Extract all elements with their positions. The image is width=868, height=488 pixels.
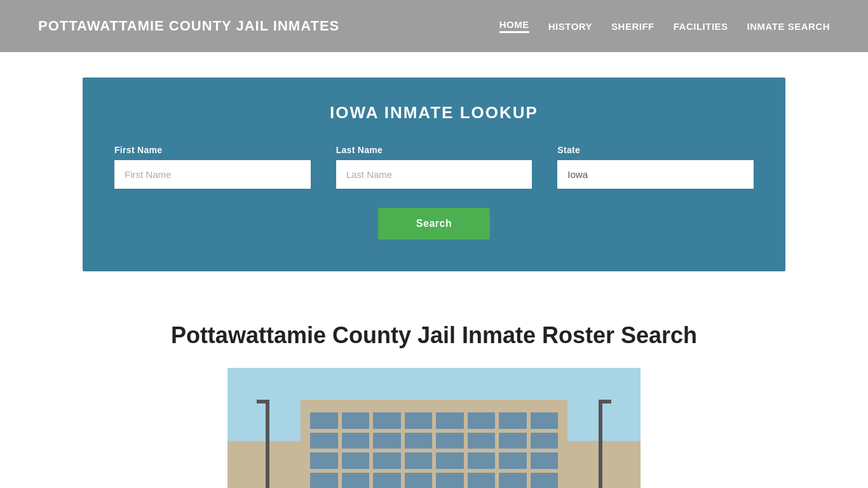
site-title: POTTAWATTAMIE COUNTY JAIL INMATES <box>38 18 339 34</box>
nav-home[interactable]: HOME <box>499 19 529 33</box>
window <box>436 412 464 429</box>
nav-history[interactable]: HISTORY <box>548 21 592 32</box>
main-content: Pottawattamie County Jail Inmate Roster … <box>0 297 868 488</box>
state-group: State <box>557 145 754 189</box>
last-name-group: Last Name <box>336 145 532 189</box>
lamp-right-icon <box>599 400 602 488</box>
window <box>531 412 559 429</box>
window <box>468 473 496 489</box>
window <box>531 433 559 449</box>
window <box>373 452 401 469</box>
site-header: POTTAWATTAMIE COUNTY JAIL INMATES HOME H… <box>0 0 868 52</box>
window <box>499 473 527 489</box>
window <box>436 433 464 449</box>
first-name-input[interactable] <box>114 160 311 189</box>
window <box>405 473 433 489</box>
window <box>310 452 338 469</box>
search-btn-row: Search <box>114 208 754 240</box>
window <box>310 433 338 449</box>
nav-facilities[interactable]: FACILITIES <box>674 21 728 32</box>
window <box>468 412 496 429</box>
window <box>405 452 433 469</box>
state-input[interactable] <box>557 160 754 189</box>
last-name-label: Last Name <box>336 145 532 155</box>
search-button[interactable]: Search <box>378 208 490 240</box>
window <box>310 412 338 429</box>
last-name-input[interactable] <box>336 160 532 189</box>
window <box>373 412 401 429</box>
search-panel: IOWA INMATE LOOKUP First Name Last Name … <box>83 78 785 271</box>
window <box>342 433 370 449</box>
nav-inmate-search[interactable]: INMATE SEARCH <box>747 21 830 32</box>
window <box>405 433 433 449</box>
first-name-label: First Name <box>114 145 311 155</box>
search-panel-title: IOWA INMATE LOOKUP <box>114 103 754 123</box>
window <box>499 412 527 429</box>
window <box>531 473 559 489</box>
building-windows <box>301 400 567 488</box>
lamp-left-icon <box>266 400 269 488</box>
window <box>499 452 527 469</box>
form-row: First Name Last Name State <box>114 145 754 189</box>
window <box>436 452 464 469</box>
window <box>373 433 401 449</box>
window <box>499 433 527 449</box>
window <box>531 452 559 469</box>
window <box>468 433 496 449</box>
window <box>342 452 370 469</box>
building-image <box>227 368 641 488</box>
window <box>373 473 401 489</box>
building-body <box>301 400 567 488</box>
window <box>468 452 496 469</box>
window <box>342 473 370 489</box>
window <box>405 412 433 429</box>
first-name-group: First Name <box>114 145 311 189</box>
main-nav: HOME HISTORY SHERIFF FACILITIES INMATE S… <box>499 19 830 33</box>
state-label: State <box>557 145 754 155</box>
window <box>342 412 370 429</box>
window <box>310 473 338 489</box>
nav-sheriff[interactable]: SHERIFF <box>611 21 654 32</box>
window <box>436 473 464 489</box>
page-title: Pottawattamie County Jail Inmate Roster … <box>83 322 785 349</box>
